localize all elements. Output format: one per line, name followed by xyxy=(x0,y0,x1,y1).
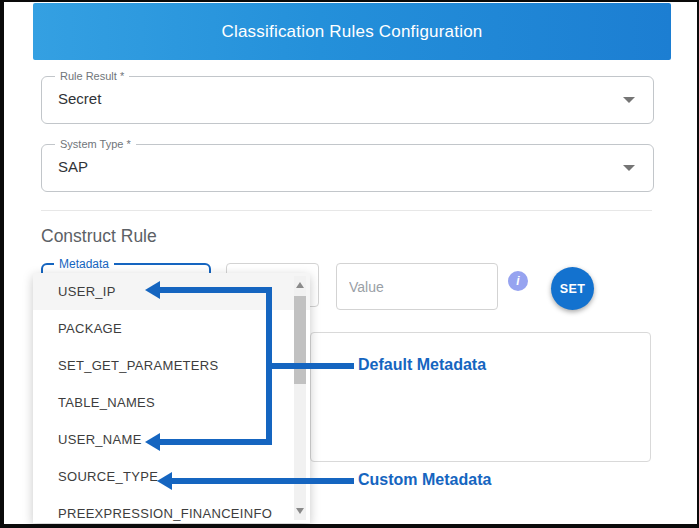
value-input[interactable] xyxy=(336,263,498,310)
metadata-select-label: Metadata xyxy=(54,257,114,271)
rule-result-value: Secret xyxy=(58,90,101,107)
section-title: Construct Rule xyxy=(41,226,157,247)
list-item[interactable]: PREEXPRESSION_FINANCEINFO xyxy=(33,495,310,523)
info-icon-glyph: i xyxy=(516,274,519,288)
dialog-header: Classification Rules Configuration xyxy=(33,3,671,60)
system-type-label: System Type * xyxy=(55,138,136,150)
arrowhead-user-ip-icon xyxy=(145,281,160,299)
arrowhead-source-type-icon xyxy=(157,472,172,490)
arrow-branch-default xyxy=(266,363,354,369)
scrollbar-thumb[interactable] xyxy=(294,296,306,384)
divider xyxy=(41,210,652,211)
set-button[interactable]: SET xyxy=(551,267,594,310)
dialog-window: Classification Rules Configuration Rule … xyxy=(0,0,699,528)
arrow-line-user-ip xyxy=(159,287,272,293)
custom-metadata-callout: Custom Metadata xyxy=(355,471,494,489)
arrow-line-user-name xyxy=(159,439,272,445)
chevron-down-icon[interactable] xyxy=(623,165,635,171)
scroll-down-icon[interactable] xyxy=(296,508,304,514)
system-type-value: SAP xyxy=(58,158,88,175)
arrow-line-source-type xyxy=(171,478,354,484)
dialog-title: Classification Rules Configuration xyxy=(222,22,483,42)
info-icon[interactable]: i xyxy=(508,271,528,291)
rule-result-label: Rule Result * xyxy=(55,70,129,82)
scroll-up-icon[interactable] xyxy=(296,282,304,288)
default-metadata-callout: Default Metadata xyxy=(355,356,489,374)
system-type-select[interactable]: System Type * SAP xyxy=(41,144,654,192)
arrowhead-user-name-icon xyxy=(145,433,160,451)
rule-expression-panel xyxy=(310,332,651,462)
rule-result-select[interactable]: Rule Result * Secret xyxy=(41,76,654,124)
chevron-down-icon[interactable] xyxy=(623,97,635,103)
